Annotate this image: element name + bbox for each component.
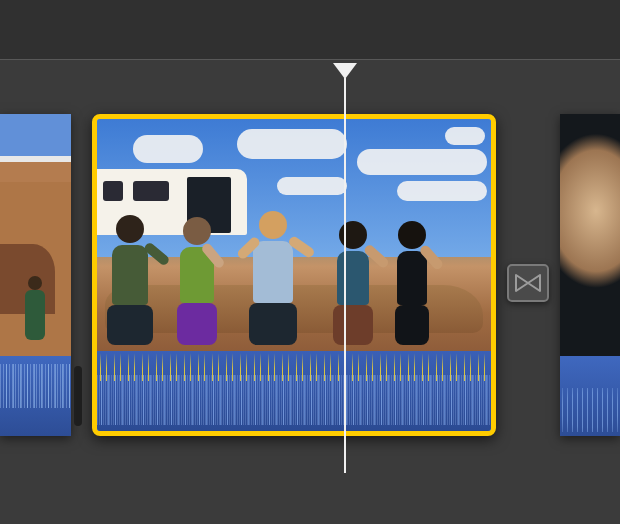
video-clip-selected[interactable] — [92, 114, 496, 436]
timeline-track[interactable]: cross-dissolve — [0, 114, 620, 436]
transition-icon[interactable]: cross-dissolve — [507, 264, 549, 302]
video-clip[interactable] — [560, 114, 620, 436]
clip-edge-handle[interactable] — [74, 366, 82, 426]
playhead-marker-icon[interactable] — [333, 63, 357, 79]
audio-waveform[interactable] — [97, 351, 491, 431]
toolbar-area — [0, 0, 620, 60]
video-clip[interactable] — [0, 114, 71, 436]
playhead-line[interactable] — [344, 78, 346, 473]
audio-waveform[interactable] — [0, 356, 71, 436]
audio-waveform[interactable] — [560, 356, 620, 436]
clip-thumbnail — [560, 114, 620, 356]
